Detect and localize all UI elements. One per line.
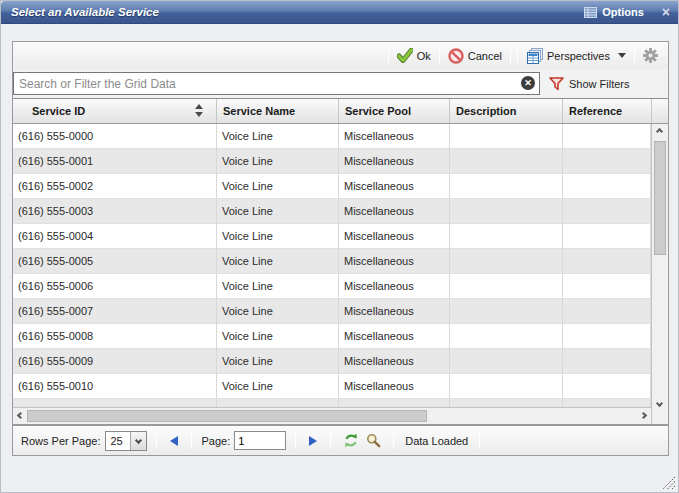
next-page-button[interactable] bbox=[305, 433, 321, 449]
resize-grip-icon[interactable] bbox=[658, 472, 676, 490]
cell-service-name: Voice Line bbox=[217, 224, 339, 248]
cell-reference bbox=[563, 274, 651, 298]
perspectives-button[interactable]: Perspectives bbox=[521, 46, 631, 66]
table-row[interactable]: (616) 555-0005Voice LineMiscellaneous bbox=[13, 249, 651, 274]
separator bbox=[295, 432, 296, 449]
cell-description bbox=[450, 224, 563, 248]
grid-body: (616) 555-0000Voice LineMiscellaneous(61… bbox=[13, 124, 651, 411]
filter-funnel-icon bbox=[549, 77, 564, 91]
close-icon[interactable]: × bbox=[662, 5, 670, 19]
cell-service-pool: Miscellaneous bbox=[339, 299, 450, 323]
vertical-scroll-thumb[interactable] bbox=[654, 141, 666, 255]
cell-reference bbox=[563, 374, 651, 398]
cell-reference bbox=[563, 174, 651, 198]
cancel-button[interactable]: Cancel bbox=[443, 46, 507, 66]
page-label: Page: bbox=[201, 435, 230, 447]
search-input[interactable] bbox=[13, 72, 540, 95]
cell-service-pool: Miscellaneous bbox=[339, 324, 450, 348]
options-grid-icon bbox=[584, 7, 597, 18]
page-title: Select an Available Service bbox=[11, 6, 159, 18]
cell-service-pool: Miscellaneous bbox=[339, 124, 450, 148]
rows-per-page-select[interactable]: 25 bbox=[105, 431, 147, 451]
table-row[interactable]: (616) 555-0006Voice LineMiscellaneous bbox=[13, 274, 651, 299]
separator bbox=[479, 432, 480, 449]
table-row[interactable]: (616) 555-0003Voice LineMiscellaneous bbox=[13, 199, 651, 224]
table-row[interactable]: (616) 555-0009Voice LineMiscellaneous bbox=[13, 349, 651, 374]
separator bbox=[439, 47, 440, 64]
titlebar-actions: Options × bbox=[584, 5, 670, 19]
cell-service-pool: Miscellaneous bbox=[339, 249, 450, 273]
vertical-scrollbar[interactable] bbox=[651, 124, 668, 411]
settings-gear-button[interactable] bbox=[638, 46, 663, 65]
scroll-right-icon[interactable] bbox=[636, 408, 651, 423]
column-header-description[interactable]: Description bbox=[450, 99, 563, 123]
separator bbox=[191, 432, 192, 449]
ok-check-icon bbox=[397, 48, 413, 63]
data-grid: Service ID Service Name Service Pool Des… bbox=[13, 98, 668, 425]
search-box: ✕ bbox=[13, 72, 540, 95]
separator bbox=[330, 432, 331, 449]
cell-reference bbox=[563, 249, 651, 273]
column-label: Service ID bbox=[32, 105, 85, 117]
status-text: Data Loaded bbox=[405, 435, 468, 447]
header-spacer bbox=[652, 99, 668, 123]
dialog-select-available-service: Select an Available Service Options × bbox=[0, 0, 679, 493]
column-header-service-id[interactable]: Service ID bbox=[13, 99, 217, 123]
cell-reference bbox=[563, 149, 651, 173]
column-label: Reference bbox=[569, 105, 622, 117]
scroll-left-icon[interactable] bbox=[13, 408, 28, 423]
scroll-up-icon[interactable] bbox=[652, 124, 667, 139]
table-row[interactable]: (616) 555-0004Voice LineMiscellaneous bbox=[13, 224, 651, 249]
main-panel: Ok Cancel bbox=[12, 41, 669, 456]
cell-service-pool: Miscellaneous bbox=[339, 274, 450, 298]
table-row[interactable]: (616) 555-0010Voice LineMiscellaneous bbox=[13, 374, 651, 399]
options-button[interactable]: Options bbox=[584, 6, 644, 18]
cell-service-id: (616) 555-0005 bbox=[13, 249, 217, 273]
cell-service-name: Voice Line bbox=[217, 124, 339, 148]
table-row[interactable]: (616) 555-0000Voice LineMiscellaneous bbox=[13, 124, 651, 149]
separator bbox=[156, 432, 157, 449]
dropdown-arrow-icon bbox=[618, 53, 626, 58]
table-row[interactable]: (616) 555-0007Voice LineMiscellaneous bbox=[13, 299, 651, 324]
table-row[interactable]: (616) 555-0008Voice LineMiscellaneous bbox=[13, 324, 651, 349]
cell-service-id: (616) 555-0009 bbox=[13, 349, 217, 373]
rows-per-page-label: Rows Per Page: bbox=[21, 435, 100, 447]
refresh-button[interactable] bbox=[340, 431, 362, 451]
page-number-input[interactable] bbox=[234, 431, 286, 450]
column-header-service-name[interactable]: Service Name bbox=[217, 99, 339, 123]
clear-search-icon[interactable]: ✕ bbox=[521, 76, 535, 90]
cell-reference bbox=[563, 299, 651, 323]
cell-service-pool: Miscellaneous bbox=[339, 174, 450, 198]
cell-service-pool: Miscellaneous bbox=[339, 224, 450, 248]
column-header-service-pool[interactable]: Service Pool bbox=[339, 99, 450, 123]
show-filters-button[interactable]: Show Filters bbox=[549, 77, 630, 91]
perspectives-layers-icon bbox=[526, 48, 543, 64]
cell-service-id: (616) 555-0001 bbox=[13, 149, 217, 173]
horizontal-scrollbar[interactable] bbox=[13, 407, 651, 424]
cell-description bbox=[450, 174, 563, 198]
cell-description bbox=[450, 124, 563, 148]
sort-both-icon[interactable] bbox=[195, 104, 203, 117]
titlebar[interactable]: Select an Available Service Options × bbox=[1, 1, 679, 24]
cell-reference bbox=[563, 199, 651, 223]
cell-service-pool: Miscellaneous bbox=[339, 374, 450, 398]
prev-page-icon bbox=[170, 436, 178, 446]
table-row[interactable]: (616) 555-0001Voice LineMiscellaneous bbox=[13, 149, 651, 174]
cancel-no-entry-icon bbox=[448, 48, 464, 64]
cell-service-id: (616) 555-0002 bbox=[13, 174, 217, 198]
ok-button[interactable]: Ok bbox=[392, 46, 436, 65]
cell-service-id: (616) 555-0010 bbox=[13, 374, 217, 398]
show-filters-label: Show Filters bbox=[569, 78, 630, 90]
horizontal-scroll-thumb[interactable] bbox=[27, 410, 427, 422]
rows-per-page-value: 25 bbox=[106, 432, 130, 450]
refresh-icon bbox=[343, 433, 359, 448]
cell-service-name: Voice Line bbox=[217, 174, 339, 198]
cell-service-name: Voice Line bbox=[217, 249, 339, 273]
cell-service-name: Voice Line bbox=[217, 324, 339, 348]
cell-service-id: (616) 555-0006 bbox=[13, 274, 217, 298]
column-header-reference[interactable]: Reference bbox=[563, 99, 652, 123]
table-row[interactable]: (616) 555-0002Voice LineMiscellaneous bbox=[13, 174, 651, 199]
prev-page-button[interactable] bbox=[166, 433, 182, 449]
search-grid-button[interactable] bbox=[362, 431, 384, 451]
cell-description bbox=[450, 349, 563, 373]
